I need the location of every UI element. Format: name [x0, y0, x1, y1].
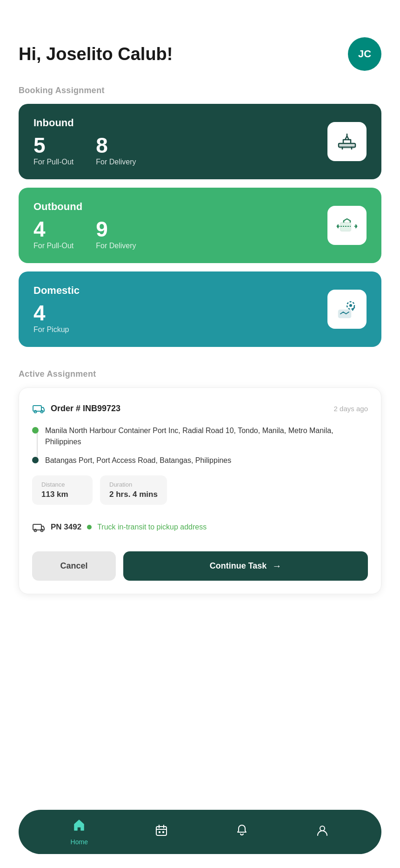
action-buttons: Cancel Continue Task →: [32, 551, 368, 581]
assignment-header: Order # INB99723 2 days ago: [32, 401, 368, 416]
destination-text: Batangas Port, Port Access Road, Batanga…: [45, 455, 231, 466]
domestic-icon: [327, 290, 367, 329]
outbound-title: Outbound: [33, 201, 136, 213]
svg-point-16: [320, 826, 325, 831]
avatar[interactable]: JC: [348, 37, 381, 71]
svg-rect-14: [159, 831, 160, 833]
outbound-pullout-stat: 4 For Pull-Out: [33, 218, 73, 250]
outbound-delivery-stat: 9 For Delivery: [96, 218, 136, 250]
inbound-card[interactable]: Inbound 5 For Pull-Out 8 For Delivery: [19, 104, 381, 179]
nav-home[interactable]: Home: [71, 818, 88, 846]
route-line: [37, 430, 38, 461]
origin-dot: [32, 427, 39, 434]
nav-profile[interactable]: [315, 823, 329, 841]
outbound-pullout-count: 4: [33, 218, 73, 240]
profile-icon: [315, 823, 329, 841]
route-container: Manila North Harbour Container Port Inc,…: [32, 425, 368, 466]
greeting: Hi, Joselito Calub!: [19, 44, 173, 64]
truck-status-icon: [32, 520, 45, 535]
nav-notifications[interactable]: [235, 823, 249, 841]
booking-assignment-section: Booking Assignment Inbound 5 For Pull-Ou…: [19, 86, 381, 347]
header: Hi, Joselito Calub! JC: [19, 37, 381, 71]
domestic-title: Domestic: [33, 285, 80, 297]
inbound-icon: [327, 122, 367, 161]
svg-rect-13: [156, 827, 167, 835]
continue-label: Continue Task: [210, 561, 267, 571]
inbound-delivery-label: For Delivery: [96, 158, 136, 166]
domestic-card-left: Domestic 4 For Pickup: [33, 285, 80, 334]
assignment-card: Order # INB99723 2 days ago Manila North…: [19, 387, 381, 594]
outbound-pullout-label: For Pull-Out: [33, 242, 73, 250]
booking-cards: Inbound 5 For Pull-Out 8 For Delivery: [19, 104, 381, 347]
continue-task-button[interactable]: Continue Task →: [123, 551, 368, 581]
distance-label: Distance: [41, 481, 83, 488]
outbound-card-left: Outbound 4 For Pull-Out 9 For Delivery: [33, 201, 136, 250]
duration-value: 2 hrs. 4 mins: [109, 490, 158, 499]
svg-rect-15: [162, 831, 164, 833]
calendar-icon: [154, 823, 168, 841]
trip-info: Distance 113 km Duration 2 hrs. 4 mins: [32, 475, 368, 505]
domestic-card[interactable]: Domestic 4 For Pickup: [19, 271, 381, 347]
outbound-delivery-label: For Delivery: [96, 242, 136, 250]
status-text: Truck in-transit to pickup address: [97, 523, 207, 531]
destination-dot: [32, 457, 39, 463]
bottom-nav: Home: [19, 810, 381, 854]
outbound-icon: [327, 206, 367, 245]
inbound-delivery-count: 8: [96, 135, 136, 156]
outbound-delivery-count: 9: [96, 218, 136, 240]
inbound-title: Inbound: [33, 117, 136, 129]
inbound-stats: 5 For Pull-Out 8 For Delivery: [33, 135, 136, 166]
inbound-pullout-label: For Pull-Out: [33, 158, 73, 166]
time-ago: 2 days ago: [334, 405, 368, 413]
duration-label: Duration: [109, 481, 158, 488]
cancel-button[interactable]: Cancel: [32, 551, 116, 581]
nav-bookings[interactable]: [154, 823, 168, 841]
assignment-order: Order # INB99723: [32, 401, 120, 416]
duration-box: Duration 2 hrs. 4 mins: [100, 475, 167, 505]
status-dot: [87, 525, 92, 529]
order-number: Order # INB99723: [51, 404, 120, 414]
inbound-delivery-stat: 8 For Delivery: [96, 135, 136, 166]
origin-text: Manila North Harbour Container Port Inc,…: [45, 425, 368, 448]
svg-point-5: [349, 304, 352, 307]
svg-rect-7: [33, 406, 41, 411]
booking-assignment-label: Booking Assignment: [19, 86, 381, 95]
active-assignment-label: Active Assignment: [19, 369, 381, 379]
truck-icon: [32, 401, 45, 416]
active-assignment-section: Active Assignment Order # INB99723 2: [19, 369, 381, 594]
truck-id: PN 3492: [51, 522, 81, 532]
domestic-pickup-count: 4: [33, 302, 69, 324]
truck-status-row: PN 3492 Truck in-transit to pickup addre…: [32, 514, 368, 540]
distance-value: 113 km: [41, 490, 83, 499]
inbound-pullout-count: 5: [33, 135, 73, 156]
route-destination: Batangas Port, Port Access Road, Batanga…: [45, 455, 368, 466]
bell-icon: [235, 823, 249, 841]
route-origin: Manila North Harbour Container Port Inc,…: [45, 425, 368, 448]
domestic-pickup-label: For Pickup: [33, 326, 69, 334]
arrow-icon: →: [272, 561, 281, 571]
distance-box: Distance 113 km: [32, 475, 93, 505]
home-icon: [72, 818, 86, 835]
outbound-stats: 4 For Pull-Out 9 For Delivery: [33, 218, 136, 250]
svg-rect-2: [340, 147, 354, 149]
domestic-stats: 4 For Pickup: [33, 302, 80, 334]
svg-rect-10: [33, 524, 41, 530]
inbound-pullout-stat: 5 For Pull-Out: [33, 135, 73, 166]
outbound-card[interactable]: Outbound 4 For Pull-Out 9 For Delivery: [19, 188, 381, 263]
inbound-card-left: Inbound 5 For Pull-Out 8 For Delivery: [33, 117, 136, 166]
domestic-pickup-stat: 4 For Pickup: [33, 302, 69, 334]
home-label: Home: [71, 838, 88, 846]
